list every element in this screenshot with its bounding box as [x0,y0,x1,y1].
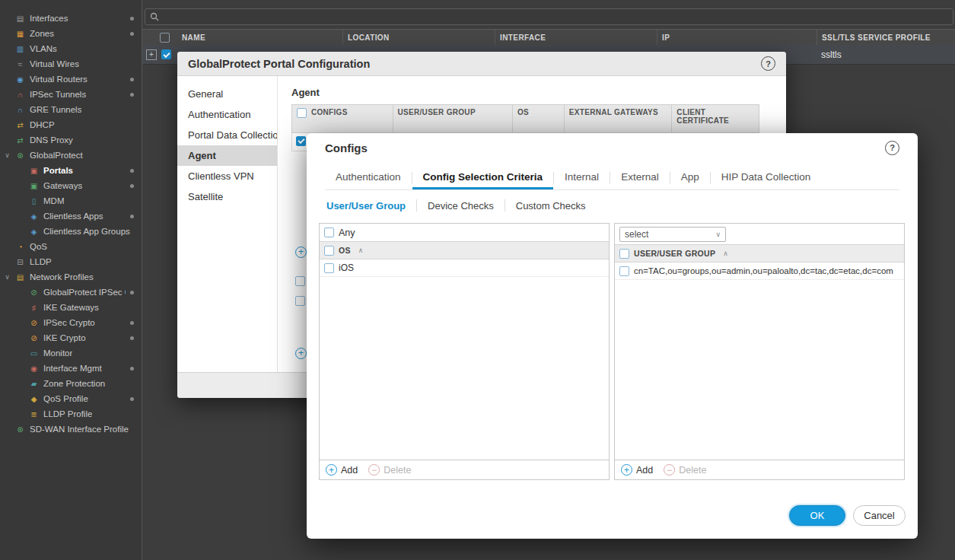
sidebar-item-portals[interactable]: ▣Portals [0,163,142,178]
subtab-device-checks[interactable]: Device Checks [417,200,505,212]
select-all-checkbox[interactable] [160,33,170,43]
any-checkbox[interactable] [324,228,334,237]
select-all-checkbox[interactable] [619,249,629,259]
nav-item-satellite[interactable]: Satellite [177,186,277,207]
criteria-subtab-bar: User/User Group Device Checks Custom Che… [325,199,899,212]
dialog-header: GlobalProtect Portal Configuration ? [177,52,786,76]
add-button[interactable]: +Add [326,464,358,476]
sidebar-item-gre-tunnels[interactable]: ∩GRE Tunnels [0,102,142,117]
select-all-checkbox[interactable] [324,246,334,256]
row-checkbox[interactable] [324,263,334,273]
column-header-external-gateways[interactable]: EXTERNAL GATEWAYS [564,105,672,132]
sidebar-item-lldp-profile[interactable]: ≣LLDP Profile [0,406,142,422]
nav-item-portal-data-collection[interactable]: Portal Data Collection [177,125,277,145]
tab-config-selection-criteria[interactable]: Config Selection Criteria [412,167,554,189]
sidebar-item-ike-crypto[interactable]: ⊘IKE Crypto [0,330,142,345]
sidebar-item-label: Interfaces [30,14,68,23]
cancel-button[interactable]: Cancel [853,505,906,526]
tab-app[interactable]: App [670,167,710,189]
sidebar-item-qos[interactable]: ◔QoS [0,239,142,254]
help-icon[interactable]: ? [761,56,775,71]
sidebar-item-virtual-routers[interactable]: ◉Virtual Routers [0,72,142,87]
sidebar-item-dhcp[interactable]: ⇄DHCP [0,117,142,132]
status-dot [130,321,134,325]
expand-row-icon[interactable]: + [146,49,157,60]
nav-item-general[interactable]: General [177,84,277,104]
user-group-row[interactable]: cn=TAC,ou=groups,ou=admin,ou=paloalto,dc… [615,262,904,280]
gre-tunnels-icon: ∩ [15,106,25,114]
tab-internal[interactable]: Internal [554,167,610,189]
dialog-header: Configs ? [307,133,918,162]
column-header-ip[interactable]: IP [657,30,817,45]
sidebar-item-dns-proxy[interactable]: ⇄DNS Proxy [0,132,142,148]
add-button[interactable]: + [295,244,307,258]
column-header-os[interactable]: OS [339,246,351,255]
sidebar-item-ipsec-crypto[interactable]: ⊘IPSec Crypto [0,315,142,330]
sort-asc-icon[interactable]: ∧ [358,247,364,254]
nav-item-authentication[interactable]: Authentication [177,104,277,125]
column-header-ssl-tls-service-profile[interactable]: SSL/TLS SERVICE PROFILE [817,30,955,45]
sidebar-item-interface-mgmt[interactable]: ◉Interface Mgmt [0,361,142,376]
sidebar-item-qos-profile[interactable]: ◆QoS Profile [0,391,142,406]
user-group-select[interactable]: select ∨ [619,227,726,242]
network-sidebar: ▤Interfaces ▦Zones ▥VLANs ≈Virtual Wires… [0,0,142,560]
search-field [145,8,953,25]
tab-hip-data-collection[interactable]: HIP Data Collection [711,167,822,189]
row-checkbox[interactable] [295,275,305,289]
column-header-name[interactable]: NAME [177,30,342,45]
sidebar-item-vlans[interactable]: ▥VLANs [0,41,142,56]
delete-icon: − [368,464,380,476]
sidebar-item-interfaces[interactable]: ▤Interfaces [0,11,142,26]
tab-external[interactable]: External [610,167,670,189]
row-checkbox[interactable] [161,49,171,59]
delete-button[interactable]: −Delete [664,464,706,476]
os-row-ios[interactable]: iOS [320,259,609,277]
sidebar-item-sd-wan-interface-profile[interactable]: ⊛SD-WAN Interface Profile [0,422,142,437]
sidebar-item-gateways[interactable]: ▣Gateways [0,178,142,193]
column-header-user-group[interactable]: USER/USER GROUP [634,249,715,258]
qos-profile-icon: ◆ [29,395,39,403]
configs-tab-bar: Authentication Config Selection Criteria… [325,167,899,190]
sidebar-item-globalprotect-ipsec-crypto[interactable]: ⊘GlobalProtect IPSec Crypto [0,285,142,300]
select-all-checkbox[interactable] [297,108,307,118]
sidebar-item-mdm[interactable]: ▯MDM [0,193,142,208]
sidebar-item-zone-protection[interactable]: ▰Zone Protection [0,376,142,391]
row-checkbox[interactable] [295,295,305,309]
sidebar-item-ipsec-tunnels[interactable]: ∩IPSec Tunnels [0,87,142,102]
add-button[interactable]: +Add [621,464,653,476]
monitor-icon: ▭ [29,349,39,358]
delete-button[interactable]: −Delete [368,464,411,476]
row-checkbox[interactable] [296,136,306,146]
help-icon[interactable]: ? [885,141,899,155]
column-header-user-group[interactable]: USER/USER GROUP [393,105,512,132]
column-header-configs[interactable]: CONFIGS [292,105,393,132]
subtab-user-user-group[interactable]: User/User Group [325,200,416,212]
sidebar-item-clientless-app-groups[interactable]: ◈Clientless App Groups [0,224,142,239]
sidebar-item-zones[interactable]: ▦Zones [0,26,142,41]
tab-authentication[interactable]: Authentication [325,167,412,189]
sidebar-item-ike-gateways[interactable]: ♯IKE Gateways [0,300,142,315]
subtab-custom-checks[interactable]: Custom Checks [505,200,597,212]
sidebar-item-virtual-wires[interactable]: ≈Virtual Wires [0,56,142,72]
column-header-location[interactable]: LOCATION [342,30,495,45]
sidebar-item-network-profiles[interactable]: ∨▤Network Profiles [0,269,142,285]
collapse-chevron-icon[interactable]: ∨ [4,273,11,281]
status-dot [130,367,134,371]
nav-item-agent[interactable]: Agent [177,145,277,166]
sidebar-item-globalprotect[interactable]: ∨⊛GlobalProtect [0,148,142,163]
ok-button[interactable]: OK [789,505,845,526]
add-icon: + [326,464,337,476]
collapse-chevron-icon[interactable]: ∨ [4,151,11,159]
column-header-os[interactable]: OS [512,105,564,132]
sidebar-item-monitor[interactable]: ▭Monitor [0,345,142,361]
sidebar-item-lldp[interactable]: ⊟LLDP [0,254,142,269]
column-header-client-certificate[interactable]: CLIENT CERTIFICATE [671,105,759,132]
row-checkbox[interactable] [619,266,629,276]
sidebar-item-clientless-apps[interactable]: ◈Clientless Apps [0,208,142,224]
nav-item-clientless-vpn[interactable]: Clientless VPN [177,166,277,186]
sort-asc-icon[interactable]: ∧ [723,250,728,257]
add-button[interactable]: + [295,345,307,359]
column-header-interface[interactable]: INTERFACE [495,30,657,45]
search-input[interactable] [159,11,953,22]
ipsec-tunnels-icon: ∩ [15,91,25,99]
